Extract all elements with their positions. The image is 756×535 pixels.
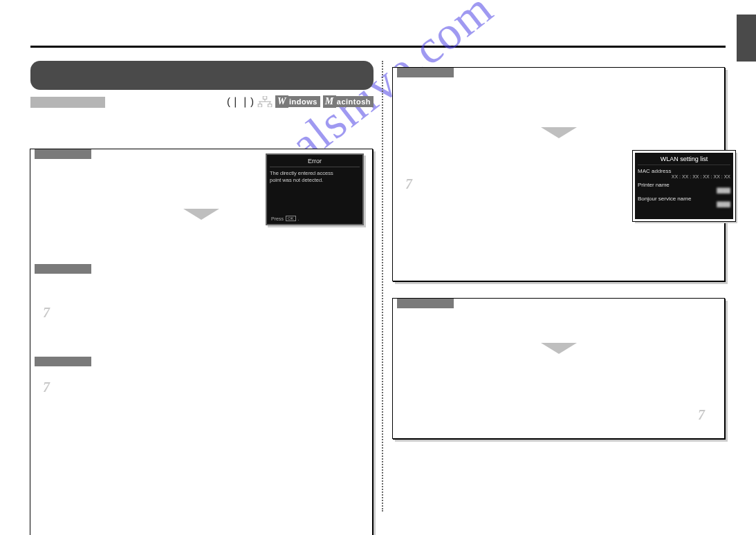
error-message-line: point was not detected. [270,177,360,184]
platform-icons: (❘❘) Windows Macintosh [227,94,374,109]
press-ok-hint: Press OK . [271,216,299,221]
note-line: 7 [43,306,372,319]
right-top-box: 7 WLAN setting list MAC address XX : XX … [393,68,726,282]
wired-network-icon [257,96,273,107]
column-divider [382,61,383,511]
wlan-settings-screenshot: WLAN setting list MAC address XX : XX : … [633,151,735,221]
section-banner [30,61,374,90]
note-line: 7 [393,408,705,422]
paragraph-heading [397,299,454,308]
subsection-tag [30,97,105,108]
error-title: Error [270,158,360,167]
down-arrow-icon [183,209,219,220]
wlan-title: WLAN setting list [638,156,730,165]
wlan-bonjour-value: ████ [638,202,730,207]
left-content-box: Error The directly entered access point … [30,149,374,535]
bolt-icon: 7 [43,306,50,319]
tag-row: (❘❘) Windows Macintosh [30,94,374,111]
paragraph-heading [35,264,91,274]
wlan-printer-label: Printer name [638,182,730,188]
down-arrow-icon [541,127,577,138]
wlan-mac-value: XX : XX : XX : XX : XX : XX [638,174,730,179]
bolt-icon: 7 [698,408,705,422]
note-line: 7 [43,380,372,394]
svg-rect-6 [268,104,271,107]
error-screenshot: Error The directly entered access point … [266,153,364,225]
content-area: (❘❘) Windows Macintosh [30,61,726,511]
macintosh-badge: Macintosh [323,95,374,108]
down-arrow-icon [541,343,577,354]
right-column: 7 WLAN setting list MAC address XX : XX … [393,61,726,511]
wlan-bonjour-label: Bonjour service name [638,196,730,202]
bolt-icon: 7 [43,380,50,394]
paragraph-heading [35,149,91,159]
left-column: (❘❘) Windows Macintosh [30,61,374,511]
wlan-printer-value: ████ [638,188,730,193]
svg-rect-5 [258,104,261,107]
page-margin-tab [737,15,756,62]
top-rule [30,46,726,48]
right-bottom-box: 7 [393,299,726,440]
paragraph-heading [397,68,454,77]
wireless-icon: (❘❘) [227,95,255,108]
paragraph-heading [35,357,91,366]
svg-rect-0 [263,96,266,99]
bolt-icon: 7 [405,177,412,191]
wlan-mac-label: MAC address [638,168,730,174]
error-message-line: The directly entered access [270,170,360,177]
windows-badge: Windows [275,95,320,108]
